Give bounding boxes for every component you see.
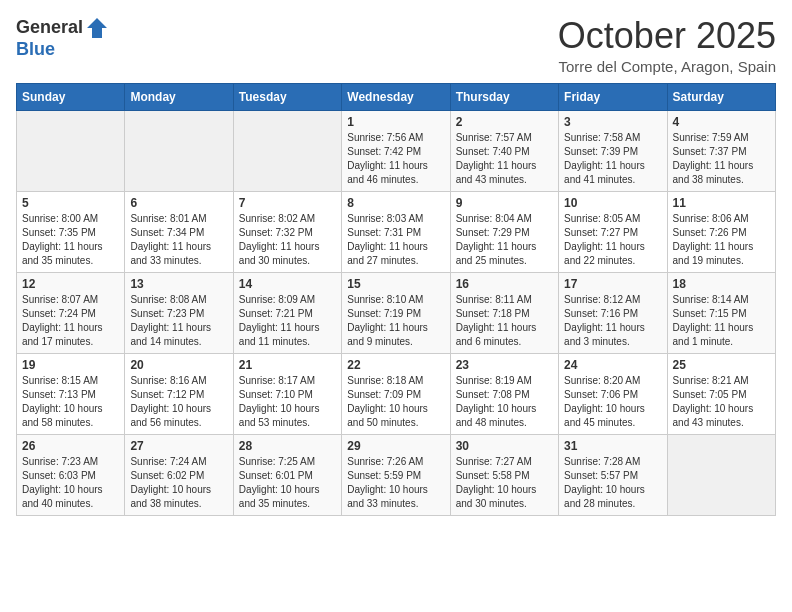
day-number: 9	[456, 196, 553, 210]
day-info: Sunrise: 7:58 AM Sunset: 7:39 PM Dayligh…	[564, 131, 661, 187]
day-number: 27	[130, 439, 227, 453]
calendar-cell: 21Sunrise: 8:17 AM Sunset: 7:10 PM Dayli…	[233, 353, 341, 434]
calendar-cell: 4Sunrise: 7:59 AM Sunset: 7:37 PM Daylig…	[667, 110, 775, 191]
day-number: 1	[347, 115, 444, 129]
day-info: Sunrise: 8:08 AM Sunset: 7:23 PM Dayligh…	[130, 293, 227, 349]
calendar-cell: 24Sunrise: 8:20 AM Sunset: 7:06 PM Dayli…	[559, 353, 667, 434]
logo-general: General	[16, 18, 83, 38]
day-info: Sunrise: 8:09 AM Sunset: 7:21 PM Dayligh…	[239, 293, 336, 349]
day-number: 3	[564, 115, 661, 129]
calendar-cell: 20Sunrise: 8:16 AM Sunset: 7:12 PM Dayli…	[125, 353, 233, 434]
weekday-header-tuesday: Tuesday	[233, 83, 341, 110]
day-info: Sunrise: 8:02 AM Sunset: 7:32 PM Dayligh…	[239, 212, 336, 268]
calendar-table: SundayMondayTuesdayWednesdayThursdayFrid…	[16, 83, 776, 516]
logo-blue: Blue	[16, 40, 55, 60]
day-number: 19	[22, 358, 119, 372]
day-number: 30	[456, 439, 553, 453]
calendar-week-row: 19Sunrise: 8:15 AM Sunset: 7:13 PM Dayli…	[17, 353, 776, 434]
calendar-cell: 31Sunrise: 7:28 AM Sunset: 5:57 PM Dayli…	[559, 434, 667, 515]
calendar-cell: 29Sunrise: 7:26 AM Sunset: 5:59 PM Dayli…	[342, 434, 450, 515]
day-number: 18	[673, 277, 770, 291]
calendar-cell	[667, 434, 775, 515]
logo-icon	[85, 16, 109, 40]
day-number: 6	[130, 196, 227, 210]
calendar-cell: 19Sunrise: 8:15 AM Sunset: 7:13 PM Dayli…	[17, 353, 125, 434]
day-info: Sunrise: 8:11 AM Sunset: 7:18 PM Dayligh…	[456, 293, 553, 349]
calendar-cell: 11Sunrise: 8:06 AM Sunset: 7:26 PM Dayli…	[667, 191, 775, 272]
day-info: Sunrise: 8:05 AM Sunset: 7:27 PM Dayligh…	[564, 212, 661, 268]
day-number: 25	[673, 358, 770, 372]
day-info: Sunrise: 8:19 AM Sunset: 7:08 PM Dayligh…	[456, 374, 553, 430]
day-number: 12	[22, 277, 119, 291]
calendar-cell: 13Sunrise: 8:08 AM Sunset: 7:23 PM Dayli…	[125, 272, 233, 353]
day-info: Sunrise: 8:12 AM Sunset: 7:16 PM Dayligh…	[564, 293, 661, 349]
weekday-header-row: SundayMondayTuesdayWednesdayThursdayFrid…	[17, 83, 776, 110]
day-number: 24	[564, 358, 661, 372]
day-info: Sunrise: 7:26 AM Sunset: 5:59 PM Dayligh…	[347, 455, 444, 511]
day-number: 23	[456, 358, 553, 372]
weekday-header-friday: Friday	[559, 83, 667, 110]
header: General Blue October 2025 Torre del Comp…	[16, 16, 776, 75]
day-info: Sunrise: 7:28 AM Sunset: 5:57 PM Dayligh…	[564, 455, 661, 511]
day-info: Sunrise: 7:23 AM Sunset: 6:03 PM Dayligh…	[22, 455, 119, 511]
day-number: 2	[456, 115, 553, 129]
calendar-cell: 2Sunrise: 7:57 AM Sunset: 7:40 PM Daylig…	[450, 110, 558, 191]
title-block: October 2025 Torre del Compte, Aragon, S…	[558, 16, 776, 75]
day-number: 20	[130, 358, 227, 372]
calendar-cell: 3Sunrise: 7:58 AM Sunset: 7:39 PM Daylig…	[559, 110, 667, 191]
day-info: Sunrise: 8:01 AM Sunset: 7:34 PM Dayligh…	[130, 212, 227, 268]
day-info: Sunrise: 7:25 AM Sunset: 6:01 PM Dayligh…	[239, 455, 336, 511]
day-number: 13	[130, 277, 227, 291]
calendar-cell	[125, 110, 233, 191]
logo: General Blue	[16, 16, 109, 60]
day-number: 5	[22, 196, 119, 210]
day-info: Sunrise: 8:15 AM Sunset: 7:13 PM Dayligh…	[22, 374, 119, 430]
day-number: 29	[347, 439, 444, 453]
weekday-header-sunday: Sunday	[17, 83, 125, 110]
day-number: 31	[564, 439, 661, 453]
weekday-header-wednesday: Wednesday	[342, 83, 450, 110]
day-number: 10	[564, 196, 661, 210]
day-info: Sunrise: 7:24 AM Sunset: 6:02 PM Dayligh…	[130, 455, 227, 511]
calendar-cell: 14Sunrise: 8:09 AM Sunset: 7:21 PM Dayli…	[233, 272, 341, 353]
weekday-header-thursday: Thursday	[450, 83, 558, 110]
day-info: Sunrise: 7:27 AM Sunset: 5:58 PM Dayligh…	[456, 455, 553, 511]
day-number: 16	[456, 277, 553, 291]
day-info: Sunrise: 8:17 AM Sunset: 7:10 PM Dayligh…	[239, 374, 336, 430]
calendar-cell: 9Sunrise: 8:04 AM Sunset: 7:29 PM Daylig…	[450, 191, 558, 272]
day-number: 11	[673, 196, 770, 210]
day-info: Sunrise: 8:16 AM Sunset: 7:12 PM Dayligh…	[130, 374, 227, 430]
calendar-cell: 17Sunrise: 8:12 AM Sunset: 7:16 PM Dayli…	[559, 272, 667, 353]
calendar-cell: 28Sunrise: 7:25 AM Sunset: 6:01 PM Dayli…	[233, 434, 341, 515]
svg-marker-0	[87, 18, 107, 38]
day-number: 15	[347, 277, 444, 291]
day-number: 26	[22, 439, 119, 453]
day-info: Sunrise: 8:20 AM Sunset: 7:06 PM Dayligh…	[564, 374, 661, 430]
calendar-cell: 6Sunrise: 8:01 AM Sunset: 7:34 PM Daylig…	[125, 191, 233, 272]
day-number: 8	[347, 196, 444, 210]
day-info: Sunrise: 8:00 AM Sunset: 7:35 PM Dayligh…	[22, 212, 119, 268]
calendar-cell: 7Sunrise: 8:02 AM Sunset: 7:32 PM Daylig…	[233, 191, 341, 272]
day-number: 14	[239, 277, 336, 291]
calendar-week-row: 12Sunrise: 8:07 AM Sunset: 7:24 PM Dayli…	[17, 272, 776, 353]
day-number: 28	[239, 439, 336, 453]
calendar-cell: 30Sunrise: 7:27 AM Sunset: 5:58 PM Dayli…	[450, 434, 558, 515]
day-info: Sunrise: 7:57 AM Sunset: 7:40 PM Dayligh…	[456, 131, 553, 187]
day-info: Sunrise: 8:06 AM Sunset: 7:26 PM Dayligh…	[673, 212, 770, 268]
calendar-cell	[17, 110, 125, 191]
day-info: Sunrise: 8:18 AM Sunset: 7:09 PM Dayligh…	[347, 374, 444, 430]
calendar-cell: 27Sunrise: 7:24 AM Sunset: 6:02 PM Dayli…	[125, 434, 233, 515]
day-number: 21	[239, 358, 336, 372]
calendar-cell: 18Sunrise: 8:14 AM Sunset: 7:15 PM Dayli…	[667, 272, 775, 353]
day-number: 17	[564, 277, 661, 291]
weekday-header-monday: Monday	[125, 83, 233, 110]
day-info: Sunrise: 7:59 AM Sunset: 7:37 PM Dayligh…	[673, 131, 770, 187]
weekday-header-saturday: Saturday	[667, 83, 775, 110]
calendar-cell: 1Sunrise: 7:56 AM Sunset: 7:42 PM Daylig…	[342, 110, 450, 191]
day-number: 4	[673, 115, 770, 129]
calendar-cell: 8Sunrise: 8:03 AM Sunset: 7:31 PM Daylig…	[342, 191, 450, 272]
calendar-cell: 10Sunrise: 8:05 AM Sunset: 7:27 PM Dayli…	[559, 191, 667, 272]
calendar-week-row: 5Sunrise: 8:00 AM Sunset: 7:35 PM Daylig…	[17, 191, 776, 272]
day-info: Sunrise: 8:03 AM Sunset: 7:31 PM Dayligh…	[347, 212, 444, 268]
calendar-cell: 23Sunrise: 8:19 AM Sunset: 7:08 PM Dayli…	[450, 353, 558, 434]
